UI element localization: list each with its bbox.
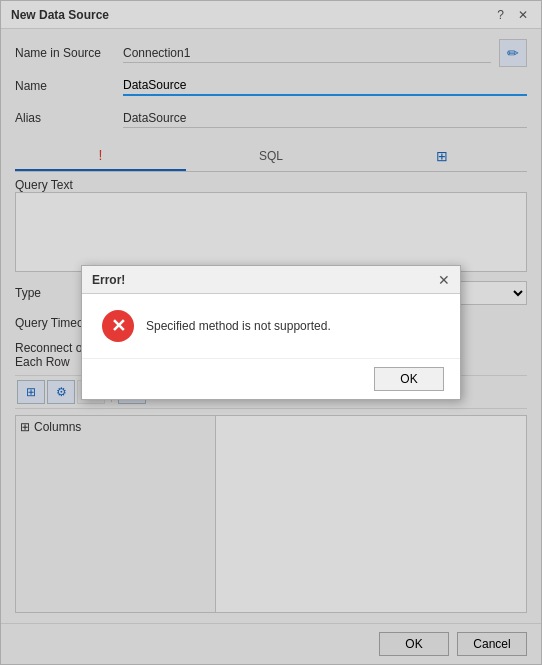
error-modal: Error! ✕ ✕ Specified method is not suppo… [81, 265, 461, 400]
error-icon: ✕ [102, 310, 134, 342]
error-modal-title: Error! [92, 273, 125, 287]
error-message: Specified method is not supported. [146, 319, 331, 333]
error-ok-button[interactable]: OK [374, 367, 444, 391]
error-footer: OK [82, 358, 460, 399]
main-dialog: New Data Source ? ✕ Name in Source ✏ Nam… [0, 0, 542, 665]
error-title-bar: Error! ✕ [82, 266, 460, 294]
modal-overlay: Error! ✕ ✕ Specified method is not suppo… [1, 1, 541, 664]
error-body: ✕ Specified method is not supported. [82, 294, 460, 358]
error-close-button[interactable]: ✕ [438, 272, 450, 288]
